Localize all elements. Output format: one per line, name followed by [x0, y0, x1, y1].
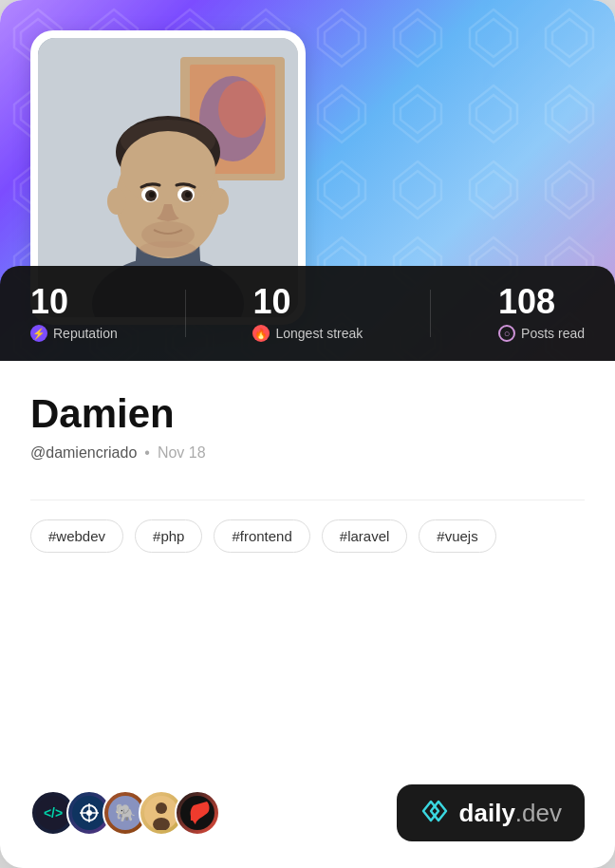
streak-label-row: 🔥 Longest streak — [252, 325, 363, 342]
profile-divider — [30, 500, 585, 500]
hero-section: 10 ⚡ Reputation 10 🔥 Longest streak 108 … — [0, 0, 615, 361]
streak-value: 10 — [252, 285, 363, 319]
svg-point-35 — [156, 802, 167, 814]
stat-divider-1 — [185, 290, 186, 337]
profile-section: Damien @damiencriado • Nov 18 — [0, 361, 615, 481]
meta-dot: • — [144, 444, 150, 462]
streak-label: Longest streak — [275, 326, 363, 341]
profile-joined-date: Nov 18 — [158, 444, 206, 462]
posts-label: Posts read — [521, 326, 585, 341]
tag-webdev[interactable]: #webdev — [30, 519, 123, 553]
tags-section: #webdev #php #frontend #laravel #vuejs — [0, 519, 615, 572]
svg-point-5 — [218, 81, 266, 138]
reputation-label: Reputation — [53, 326, 118, 341]
posts-icon: ○ — [498, 325, 515, 342]
logo-daily: daily — [459, 799, 515, 828]
stats-bar: 10 ⚡ Reputation 10 🔥 Longest streak 108 … — [0, 266, 615, 361]
stat-reputation: 10 ⚡ Reputation — [30, 285, 118, 342]
svg-point-22 — [107, 188, 126, 215]
profile-card: 10 ⚡ Reputation 10 🔥 Longest streak 108 … — [0, 0, 615, 868]
posts-value: 108 — [498, 285, 585, 319]
streak-icon: 🔥 — [252, 325, 270, 342]
logo-dev: .dev — [515, 799, 562, 828]
stat-posts: 108 ○ Posts read — [498, 285, 585, 342]
reputation-value: 10 — [30, 285, 118, 319]
daily-dev-logo: daily .dev — [397, 784, 585, 841]
svg-text:</>: </> — [44, 805, 63, 821]
svg-point-31 — [86, 810, 92, 816]
stat-divider-2 — [430, 290, 431, 337]
svg-point-20 — [185, 192, 191, 198]
svg-text:L: L — [190, 808, 198, 823]
svg-point-19 — [149, 192, 155, 198]
svg-point-14 — [121, 131, 215, 207]
tag-laravel[interactable]: #laravel — [322, 519, 408, 553]
profile-name: Damien — [30, 391, 585, 437]
daily-dev-text: daily .dev — [459, 799, 562, 828]
daily-dev-icon — [419, 796, 450, 830]
profile-meta: @damiencriado • Nov 18 — [30, 444, 585, 462]
tag-php[interactable]: #php — [135, 519, 202, 553]
svg-point-23 — [210, 188, 229, 215]
footer-section: </> 🐘 — [0, 769, 615, 868]
svg-text:🐘: 🐘 — [115, 802, 137, 823]
tag-frontend[interactable]: #frontend — [214, 519, 309, 553]
svg-point-24 — [140, 241, 196, 256]
badge-icons-row: </> 🐘 — [30, 790, 220, 836]
tag-vuejs[interactable]: #vuejs — [419, 519, 495, 553]
reputation-label-row: ⚡ Reputation — [30, 325, 118, 342]
badge-icon-5: L — [175, 790, 220, 836]
stat-streak: 10 🔥 Longest streak — [252, 285, 363, 342]
profile-handle: @damiencriado — [30, 444, 137, 462]
reputation-icon: ⚡ — [30, 325, 47, 342]
posts-label-row: ○ Posts read — [498, 325, 585, 342]
